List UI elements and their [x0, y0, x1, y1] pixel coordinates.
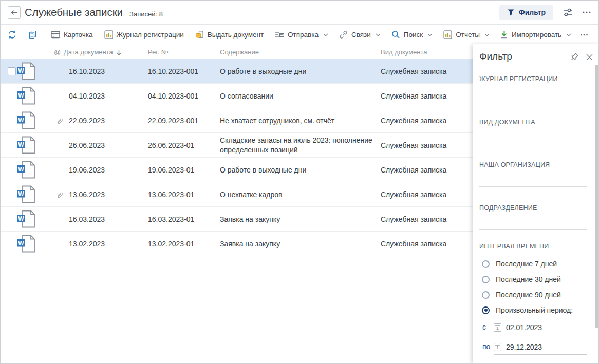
toolbar-divider	[44, 30, 44, 40]
calendar-icon[interactable]: 1	[494, 323, 501, 332]
filter-section-doc-type[interactable]: ВИД ДОКУМЕНТА	[479, 119, 587, 162]
calendar-icon[interactable]: 1	[494, 343, 501, 351]
radio-last-90-days[interactable]: Последние 90 дней	[482, 287, 599, 302]
cell-reg: 13.02.2023-01	[148, 232, 194, 256]
radio-circle	[482, 276, 490, 283]
import-icon	[500, 30, 508, 39]
back-arrow-icon	[10, 9, 18, 16]
word-document-icon[interactable]: W	[17, 87, 35, 105]
copy-button[interactable]	[28, 30, 37, 39]
date-to-field[interactable]: 1 29.12.2023	[494, 339, 587, 355]
word-document-icon[interactable]: W	[17, 185, 35, 203]
cell-type: Служебная записка	[381, 59, 446, 84]
toolbar: Карточка Журнал регистрации Выдать докум…	[1, 25, 598, 45]
radio-circle	[482, 260, 490, 268]
cell-reg: 13.06.2023-01	[148, 182, 194, 207]
svg-text:W: W	[18, 166, 24, 173]
cell-date: 26.06.2023	[69, 133, 105, 158]
more-options-icon[interactable]	[582, 8, 591, 17]
row-checkbox[interactable]	[8, 67, 16, 75]
svg-text:W: W	[18, 240, 24, 247]
cell-content: О работе в выходные дни	[220, 59, 377, 84]
filter-section-label: ВИД ДОКУМЕНТА	[479, 119, 535, 126]
filter-section-department[interactable]: ПОДРАЗДЕЛЕНИЕ	[479, 204, 587, 247]
cell-date: 22.09.2023	[69, 108, 105, 133]
cell-type: Служебная записка	[381, 182, 446, 207]
word-document-icon[interactable]: W	[17, 62, 35, 80]
filter-input-underline	[479, 144, 587, 144]
cell-type: Служебная записка	[381, 207, 446, 232]
paperclip-icon	[56, 108, 64, 133]
pin-icon[interactable]	[569, 52, 579, 62]
relations-menu-button[interactable]: Связи	[339, 30, 381, 39]
cell-date: 19.06.2023	[69, 158, 105, 182]
word-document-icon[interactable]: W	[17, 235, 35, 253]
cell-content: Не хватает сотрудников, см. отчёт	[220, 108, 377, 133]
cell-date: 16.10.2023	[69, 59, 105, 84]
cell-content: Заявка на закупку	[220, 232, 377, 256]
date-from-row: с 1 02.01.2023	[482, 318, 587, 335]
word-document-icon[interactable]: W	[17, 210, 35, 228]
filter-input-underline	[479, 229, 587, 230]
filter-panel: Фильтр ЖУРНАЛ РЕГИСТРАЦИИ ВИД ДОКУМЕНТА …	[473, 44, 599, 363]
card-button[interactable]: Карточка	[51, 31, 93, 39]
send-menu-button[interactable]: Отправка	[275, 31, 328, 39]
close-icon[interactable]	[586, 53, 593, 61]
column-type[interactable]: Вид документа	[381, 45, 427, 59]
view-settings-icon[interactable]	[562, 7, 573, 18]
radio-custom-period[interactable]: Произвольный период:	[482, 302, 599, 318]
panel-scrollbar[interactable]	[595, 65, 598, 328]
cell-type: Служебная записка	[381, 108, 446, 133]
column-attachment[interactable]: @	[54, 45, 61, 59]
cell-reg: 22.09.2023-001	[148, 108, 198, 133]
cell-content: О согласовании	[220, 84, 377, 108]
column-content[interactable]: Содержание	[220, 45, 259, 59]
filter-button[interactable]: Фильтр	[499, 5, 553, 20]
cell-date: 13.02.2023	[69, 232, 105, 256]
filter-section-label: НАША ОРГАНИЗАЦИЯ	[479, 161, 550, 168]
funnel-icon	[507, 9, 515, 16]
radio-last-30-days[interactable]: Последние 30 дней	[482, 272, 599, 287]
send-icon	[275, 31, 284, 39]
cell-date: 13.06.2023	[69, 182, 105, 207]
cell-reg: 04.10.2023-001	[148, 84, 198, 108]
word-document-icon[interactable]: W	[17, 161, 35, 179]
filter-section-our-org[interactable]: НАША ОРГАНИЗАЦИЯ	[479, 161, 587, 204]
date-from-field[interactable]: 1 02.01.2023	[494, 320, 587, 335]
search-menu-button[interactable]: Поиск	[391, 30, 433, 39]
copy-icon	[28, 30, 37, 39]
filter-panel-title: Фильтр	[479, 51, 512, 62]
cell-content: О работе в выходные дни	[220, 158, 377, 182]
registration-journal-button[interactable]: Журнал регистрации	[104, 30, 184, 39]
chevron-down-icon	[566, 33, 571, 36]
reports-menu-button[interactable]: Отчеты	[443, 30, 490, 39]
radio-last-7-days[interactable]: Последние 7 дней	[482, 256, 599, 272]
cell-reg: 16.03.2023-01	[148, 207, 194, 232]
back-button[interactable]	[8, 6, 21, 19]
column-reg[interactable]: Рег. №	[148, 45, 169, 59]
radio-circle-checked	[482, 306, 490, 314]
word-document-icon[interactable]: W	[17, 136, 35, 154]
cell-type: Служебная записка	[381, 133, 446, 158]
filter-input-underline	[479, 101, 587, 101]
import-menu-button[interactable]: Импортировать	[500, 30, 571, 39]
refresh-button[interactable]	[8, 30, 16, 39]
svg-text:W: W	[18, 190, 24, 198]
svg-text:W: W	[18, 67, 24, 74]
issue-document-button[interactable]: Выдать документ	[195, 31, 264, 39]
chevron-down-icon	[427, 33, 433, 36]
page-title: Служебные записки	[25, 6, 123, 18]
cell-content: О нехватке кадров	[220, 182, 377, 207]
toolbar-more-button[interactable]	[580, 31, 588, 39]
word-document-icon[interactable]: W	[17, 111, 35, 129]
cell-reg: 19.06.2023-01	[148, 158, 194, 182]
column-date[interactable]: Дата документа	[64, 45, 121, 59]
filter-section-journal[interactable]: ЖУРНАЛ РЕГИСТРАЦИИ	[479, 75, 587, 119]
cell-type: Служебная записка	[381, 84, 446, 108]
cell-reg: 26.06.2023-01	[148, 133, 194, 158]
date-from-label: с	[482, 323, 486, 331]
cell-content: Складские запасы на июль 2023: пополнени…	[220, 133, 377, 158]
bar-chart-icon	[104, 30, 113, 39]
svg-text:W: W	[18, 215, 24, 222]
link-icon	[339, 30, 348, 39]
